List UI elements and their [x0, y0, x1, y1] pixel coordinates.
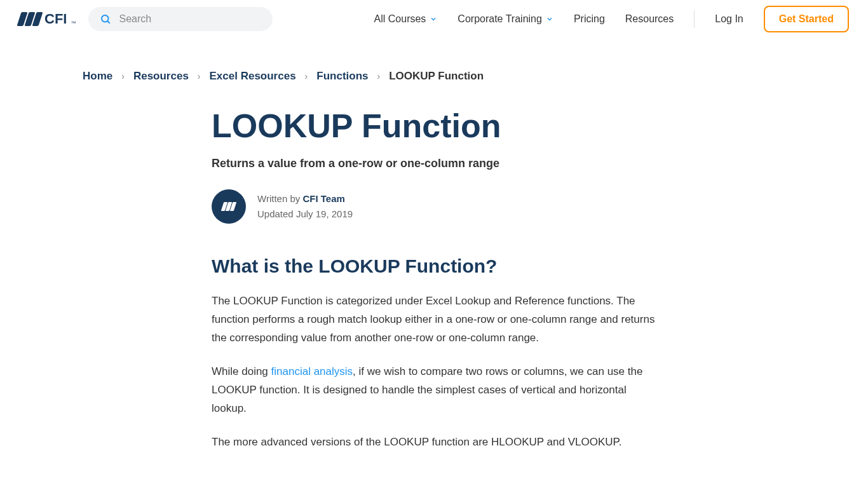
paragraph: While doing financial analysis, if we wi…: [212, 363, 656, 418]
breadcrumb-separator: ›: [121, 71, 125, 81]
nav-resources[interactable]: Resources: [625, 13, 674, 25]
page-title: LOOKUP Function: [212, 108, 656, 144]
page-subtitle: Returns a value from a one-row or one-co…: [212, 157, 656, 170]
updated-date: Updated July 19, 2019: [257, 207, 353, 222]
login-link[interactable]: Log In: [715, 13, 743, 25]
nav-all-courses[interactable]: All Courses: [374, 13, 438, 25]
nav-all-courses-label: All Courses: [374, 13, 426, 25]
breadcrumb-resources[interactable]: Resources: [133, 70, 189, 83]
nav-pricing-label: Pricing: [574, 13, 605, 25]
header: CFI ™ All Courses Corporate Training Pri…: [0, 0, 868, 38]
logo-trademark: ™: [71, 20, 76, 26]
author-meta: Written by CFI Team Updated July 19, 201…: [257, 191, 353, 222]
breadcrumb-separator: ›: [198, 71, 201, 81]
logo-stripes-icon: [19, 12, 41, 26]
breadcrumb-separator: ›: [305, 71, 308, 81]
avatar: [212, 189, 246, 224]
logo-text: CFI: [44, 11, 67, 27]
chevron-down-icon: [430, 15, 437, 23]
nav-resources-label: Resources: [625, 13, 674, 25]
article-body: LOOKUP Function Returns a value from a o…: [199, 108, 669, 451]
get-started-button[interactable]: Get Started: [764, 6, 849, 32]
search-box[interactable]: [88, 7, 273, 31]
main-nav: All Courses Corporate Training Pricing R…: [374, 6, 849, 32]
breadcrumb-current: LOOKUP Function: [389, 70, 484, 83]
nav-divider: [694, 10, 695, 28]
author-name[interactable]: CFI Team: [302, 193, 344, 204]
section-heading: What is the LOOKUP Function?: [212, 255, 656, 277]
search-icon: [100, 13, 111, 25]
avatar-stripes-icon: [222, 202, 235, 211]
chevron-down-icon: [546, 15, 553, 23]
breadcrumb-excel-resources[interactable]: Excel Resources: [210, 70, 296, 83]
financial-analysis-link[interactable]: financial analysis: [271, 365, 353, 377]
paragraph: The LOOKUP Function is categorized under…: [212, 292, 656, 348]
breadcrumb: Home › Resources › Excel Resources › Fun…: [0, 38, 868, 108]
breadcrumb-separator: ›: [377, 71, 381, 81]
svg-line-1: [107, 21, 110, 24]
svg-point-0: [102, 15, 109, 22]
search-input[interactable]: [119, 13, 261, 25]
author-row: Written by CFI Team Updated July 19, 201…: [212, 189, 656, 224]
nav-corporate-training-label: Corporate Training: [458, 13, 542, 25]
nav-pricing[interactable]: Pricing: [574, 13, 605, 25]
paragraph-text: While doing: [212, 365, 271, 377]
nav-corporate-training[interactable]: Corporate Training: [458, 13, 553, 25]
written-by-label: Written by: [257, 193, 302, 204]
breadcrumb-functions[interactable]: Functions: [316, 70, 368, 83]
paragraph: The more advanced versions of the LOOKUP…: [212, 433, 656, 452]
logo[interactable]: CFI ™: [19, 11, 76, 27]
breadcrumb-home[interactable]: Home: [83, 70, 112, 83]
